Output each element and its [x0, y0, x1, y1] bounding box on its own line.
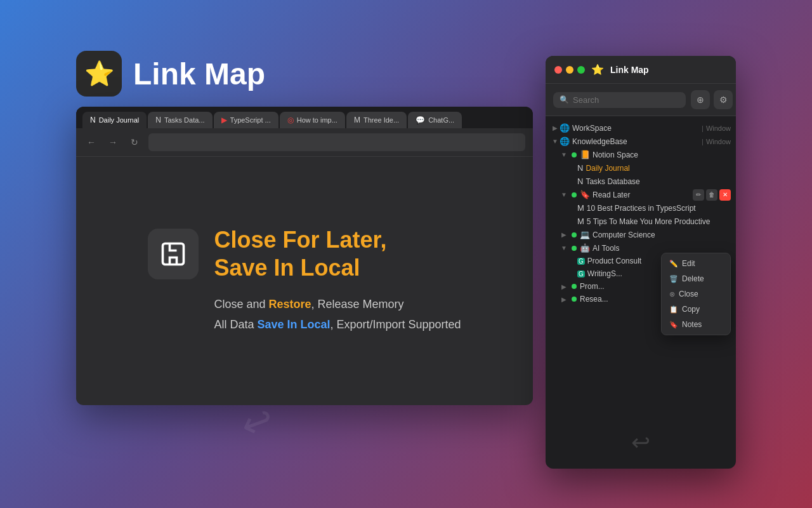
- settings-alt-button[interactable]: ⊕: [691, 90, 710, 109]
- dot-notion-space: [572, 152, 577, 157]
- copy-icon: 📋: [669, 305, 678, 314]
- expand-knowledgebase: ▼: [551, 137, 560, 146]
- search-input[interactable]: [573, 95, 679, 105]
- tab-label-tasks: Tasks Data...: [164, 116, 205, 124]
- context-menu: ✏️ Edit 🗑️ Delete ⊗ Close 📋 Copy 🔖 Notes: [661, 253, 731, 335]
- tree-item-best-practices[interactable]: M 10 Best Practices in TypesScript: [546, 201, 736, 215]
- search-input-wrap: 🔍: [553, 92, 686, 108]
- label-best-practices: 10 Best Practices in TypesScript: [587, 204, 731, 213]
- label-tasks-database: Tasks Database: [586, 177, 731, 186]
- tree-item-daily-journal[interactable]: N Daily Journal: [546, 161, 736, 175]
- tab-threeide[interactable]: M Three Ide...: [346, 112, 407, 128]
- panel-titlebar: ⭐ Link Map: [546, 56, 736, 84]
- favicon-knowledgebase: 🌐: [560, 137, 570, 146]
- tree-item-read-later[interactable]: ▼ 🔖 Read Later ✏ 🗑 ✕: [546, 188, 736, 201]
- forward-button[interactable]: →: [105, 135, 121, 150]
- app-icon-large: ⭐: [76, 51, 122, 97]
- tab-favicon-howtoimp: ◎: [287, 116, 294, 124]
- tab-tasks-data[interactable]: N Tasks Data...: [148, 112, 212, 128]
- panel-title: Link Map: [610, 65, 649, 75]
- tree-item-computer-science[interactable]: ▶ 💻 Computer Science: [546, 228, 736, 241]
- tree-item-tasks-database[interactable]: N Tasks Database: [546, 175, 736, 188]
- label-computer-science: Computer Science: [593, 231, 731, 239]
- panel-action-btns: ⊕ ⚙: [691, 90, 733, 109]
- tab-howtoimp[interactable]: ◎ How to imp...: [280, 112, 345, 128]
- browser-window: N Daily Journal N Tasks Data... ▶ TypeSc…: [76, 107, 533, 405]
- back-button[interactable]: ←: [84, 135, 99, 150]
- favicon-ai-tools: 🤖: [580, 243, 590, 253]
- ctx-close-label: Close: [679, 290, 698, 298]
- delete-read-later-button[interactable]: 🗑: [706, 189, 717, 201]
- tab-label-chatg: ChatG...: [428, 116, 454, 124]
- tab-typescript[interactable]: ▶ TypeScript ...: [214, 112, 278, 128]
- save-icon: [159, 240, 187, 268]
- favicon-daily-journal: N: [577, 163, 583, 173]
- minimize-window-button[interactable]: [566, 66, 573, 74]
- tab-label-howtoimp: How to imp...: [297, 116, 337, 124]
- expand-workspace: ▶: [551, 124, 560, 133]
- label-daily-journal: Daily Journal: [586, 164, 731, 173]
- app-title: Link Map: [133, 57, 265, 91]
- browser-tabs: N Daily Journal N Tasks Data... ▶ TypeSc…: [76, 107, 533, 128]
- label-ai-tools: AI Tools: [593, 244, 731, 253]
- ctx-copy[interactable]: 📋 Copy: [662, 302, 730, 317]
- dot-computer-science: [572, 232, 577, 237]
- label-5tips: 5 Tips To Make You More Productive: [587, 217, 731, 226]
- tab-label-threeide: Three Ide...: [363, 116, 399, 124]
- gear-button[interactable]: ⚙: [714, 90, 733, 109]
- dot-read-later: [572, 192, 577, 197]
- tab-favicon-daily-journal: N: [90, 116, 96, 124]
- reload-button[interactable]: ↻: [127, 135, 142, 150]
- linkmap-panel: ⭐ Link Map 🔍 ⊕ ⚙ ▶ 🌐 WorkSpace | Window …: [546, 56, 736, 469]
- favicon-product-consult: G: [577, 258, 585, 265]
- tree-item-5tips[interactable]: M 5 Tips To Make You More Productive: [546, 215, 736, 228]
- favicon-5tips: M: [577, 217, 584, 226]
- tree-item-knowledgebase[interactable]: ▼ 🌐 KnowledgeBase | Window: [546, 135, 736, 148]
- dot-ai-tools: [572, 246, 577, 251]
- tab-label-daily-journal: Daily Journal: [99, 116, 140, 124]
- expand-notion-space: ▼: [560, 150, 568, 159]
- tab-daily-journal[interactable]: N Daily Journal: [82, 112, 147, 128]
- favicon-read-later: 🔖: [580, 190, 590, 199]
- maximize-window-button[interactable]: [577, 66, 585, 74]
- tree-item-notion-space[interactable]: ▼ 📙 Notion Space: [546, 148, 736, 161]
- label-workspace: WorkSpace: [572, 124, 699, 133]
- favicon-best-practices: M: [577, 203, 584, 213]
- dot-prom: [572, 284, 577, 289]
- search-icon: 🔍: [560, 95, 569, 104]
- main-title-area: ⭐ Link Map: [76, 51, 265, 97]
- tab-favicon-tasks: N: [155, 116, 161, 124]
- ctx-close[interactable]: ⊗ Close: [662, 286, 730, 302]
- tab-favicon-threeide: M: [354, 116, 360, 124]
- edit-read-later-button[interactable]: ✏: [693, 189, 704, 201]
- edit-icon: ✏️: [669, 260, 678, 268]
- window-controls: [554, 66, 585, 74]
- tab-favicon-typescript: ▶: [221, 116, 227, 124]
- expand-resea: ▶: [560, 295, 568, 304]
- tree-item-workspace[interactable]: ▶ 🌐 WorkSpace | Window: [546, 121, 736, 135]
- panel-search: 🔍 ⊕ ⚙: [546, 84, 736, 116]
- ctx-notes[interactable]: 🔖 Notes: [662, 317, 730, 332]
- close-read-later-button[interactable]: ✕: [719, 189, 731, 201]
- panel-app-icon: ⭐: [591, 64, 604, 76]
- ctx-edit[interactable]: ✏️ Edit: [662, 256, 730, 271]
- label-knowledgebase: KnowledgeBase: [572, 137, 699, 146]
- favicon-writingservice: G: [577, 271, 585, 277]
- tab-label-typescript: TypeScript ...: [230, 116, 271, 124]
- dot-resea: [572, 297, 577, 302]
- svg-rect-0: [163, 243, 184, 264]
- close-icon: ⊗: [669, 290, 675, 298]
- hero-subtext: Close and Restore, Release Memory All Da…: [214, 294, 461, 335]
- favicon-workspace: 🌐: [560, 123, 570, 133]
- ctx-copy-label: Copy: [682, 305, 700, 314]
- close-window-button[interactable]: [554, 66, 562, 74]
- expand-ai-tools: ▼: [560, 244, 568, 253]
- expand-read-later: ▼: [560, 190, 568, 199]
- ctx-delete[interactable]: 🗑️ Delete: [662, 271, 730, 286]
- tab-chatg[interactable]: 💬 ChatG...: [408, 112, 462, 128]
- url-bar[interactable]: [148, 133, 525, 151]
- browser-toolbar: ← → ↻: [76, 128, 533, 157]
- read-later-inline-actions: ✏ 🗑 ✕: [693, 189, 731, 201]
- hero-headline: Close For Later, Save In Local: [214, 226, 386, 281]
- browser-content: Close For Later, Save In Local Close and…: [76, 157, 533, 404]
